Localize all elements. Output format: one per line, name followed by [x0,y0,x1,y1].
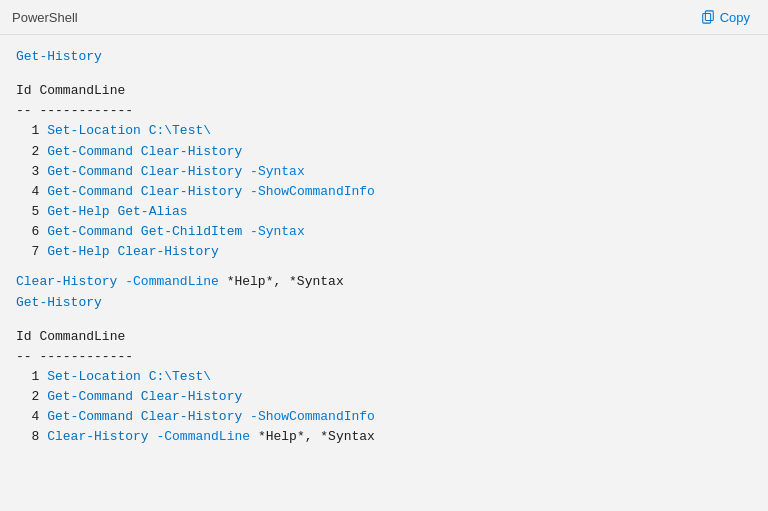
command-section-1: Get-History [16,47,752,67]
table-sep-row-1: -- ------------ [16,101,752,121]
copy-button[interactable]: Copy [695,6,756,29]
code-content: Get-History Id CommandLine -- ----------… [0,35,768,511]
table-row: 8 Clear-History -CommandLine *Help*, *Sy… [16,427,752,447]
table-rows-2: 1 Set-Location C:\Test\ 2 Get-Command Cl… [16,367,752,448]
copy-label: Copy [720,10,750,25]
svg-rect-1 [702,14,710,24]
clear-history-section: Clear-History -CommandLine *Help*, *Synt… [16,272,752,312]
table-header-2: Id CommandLine -- ------------ [16,327,752,367]
table-row: 1 Set-Location C:\Test\ [16,367,752,387]
get-history-cmd-2: Get-History [16,293,752,313]
table-sep-row-2: -- ------------ [16,347,752,367]
table-row: 2 Get-Command Clear-History [16,387,752,407]
table-row: 2 Get-Command Clear-History [16,142,752,162]
header-bar: PowerShell Copy [0,0,768,35]
table-row: 3 Get-Command Clear-History -Syntax [16,162,752,182]
copy-icon [701,10,715,24]
table-row: 1 Set-Location C:\Test\ [16,121,752,141]
table-row: 4 Get-Command Clear-History -ShowCommand… [16,407,752,427]
table-row: 4 Get-Command Clear-History -ShowCommand… [16,182,752,202]
get-history-cmd-1: Get-History [16,47,752,67]
table-header-1: Id CommandLine -- ------------ [16,81,752,121]
table-row: 7 Get-Help Clear-History [16,242,752,262]
table-header-row-1: Id CommandLine [16,81,752,101]
clear-history-cmd: Clear-History -CommandLine *Help*, *Synt… [16,272,752,292]
table-row: 5 Get-Help Get-Alias [16,202,752,222]
table-row: 6 Get-Command Get-ChildItem -Syntax [16,222,752,242]
window-title: PowerShell [12,10,78,25]
table-rows-1: 1 Set-Location C:\Test\ 2 Get-Command Cl… [16,121,752,262]
svg-rect-0 [705,11,713,21]
table-header-row-2: Id CommandLine [16,327,752,347]
